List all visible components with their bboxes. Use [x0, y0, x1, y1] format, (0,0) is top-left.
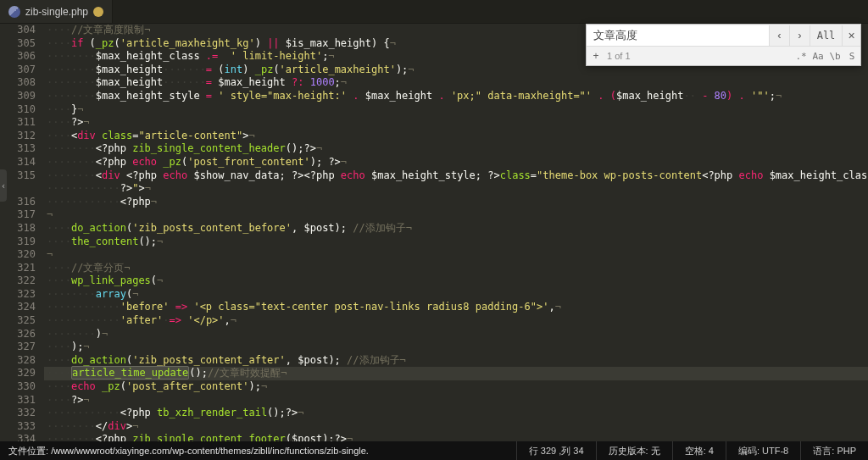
find-input[interactable]	[587, 25, 769, 46]
find-case-toggle[interactable]: Aa	[810, 51, 826, 62]
code-area[interactable]: ····//文章高度限制¬ ····if (_pz('article_maxhe…	[44, 24, 868, 441]
tab-bar: zib-single.php	[0, 0, 868, 24]
status-cursor-position[interactable]: 行 329 ,列 34	[516, 441, 596, 460]
status-history[interactable]: 历史版本: 无	[596, 441, 672, 460]
find-selection-toggle[interactable]: S	[843, 51, 860, 62]
status-path: 文件位置: /www/wwwroot/xiayinge.com/wp-conte…	[0, 445, 516, 457]
left-panel-handle[interactable]: ‹	[0, 169, 7, 202]
find-prev-button[interactable]: ‹	[769, 25, 789, 46]
find-count: 1 of 1	[605, 51, 793, 61]
status-bar: 文件位置: /www/wwwroot/xiayinge.com/wp-conte…	[0, 441, 868, 460]
php-file-icon	[8, 6, 20, 18]
status-indent[interactable]: 空格: 4	[672, 441, 726, 460]
tab-zib-single[interactable]: zib-single.php	[0, 0, 113, 23]
find-next-button[interactable]: ›	[789, 25, 810, 46]
tab-title: zib-single.php	[25, 6, 88, 18]
find-regex-toggle[interactable]: .*	[793, 51, 810, 62]
status-language[interactable]: 语言: PHP	[800, 441, 868, 460]
modified-indicator-icon	[93, 7, 103, 17]
find-word-toggle[interactable]: \b	[826, 51, 843, 62]
status-encoding[interactable]: 编码: UTF-8	[726, 441, 800, 460]
find-expand-button[interactable]: +	[587, 50, 605, 62]
find-close-button[interactable]: ×	[842, 25, 860, 46]
line-gutter: 3043053063073083093103113123133143153163…	[0, 24, 44, 441]
editor[interactable]: 3043053063073083093103113123133143153163…	[0, 24, 868, 441]
find-all-button[interactable]: All	[810, 25, 842, 46]
find-panel: ‹ › All × + 1 of 1 .* Aa \b S	[586, 24, 861, 66]
